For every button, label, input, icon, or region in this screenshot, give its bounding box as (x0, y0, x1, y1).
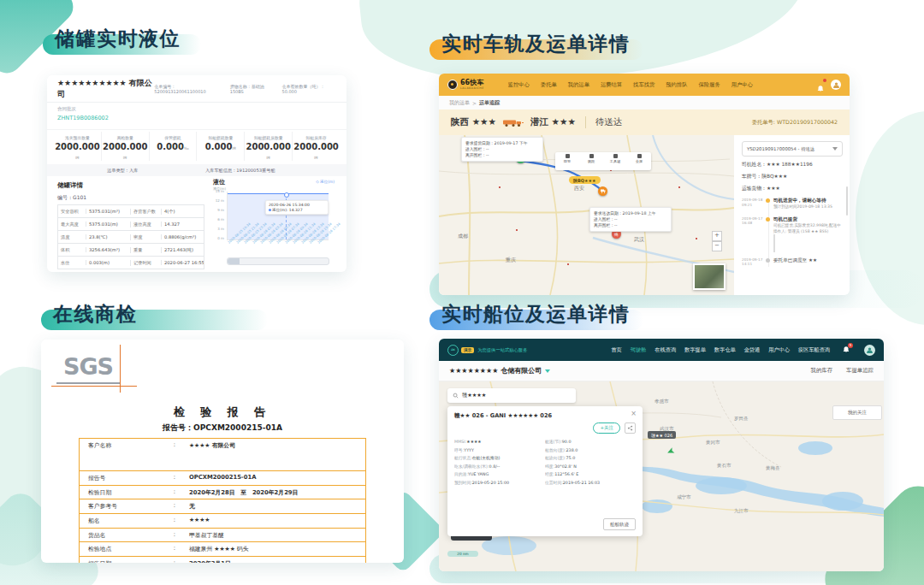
ship-search-input[interactable]: 赣★★★★ (447, 388, 576, 403)
nav-entrust-order[interactable]: 委托单 (541, 81, 557, 89)
link-waybill-tracking[interactable]: 车提单追踪 (846, 367, 874, 375)
sgs-logo-underline (56, 382, 120, 384)
chart-title: 液位 (213, 178, 225, 186)
sidebar-scrollbar[interactable] (846, 186, 848, 216)
sgs-logo-text: SGS (63, 353, 113, 380)
ship-marker[interactable] (666, 443, 676, 459)
table-row: 体积3256.643(m³)重量2721.463(吨) (58, 244, 204, 257)
toolbar-measure[interactable]: 测距 (579, 152, 603, 170)
inbound-vehicle-info: 入库车船信息：191200053重号船 (205, 168, 275, 174)
table-row: 温度23.8(℃)密度0.8806(g/cm³) (58, 231, 204, 244)
map-city-label: 重庆 (506, 257, 516, 264)
liquid-level-chart: 液位 液位(m) ◇ 液位(m) 15 m 12 m 9 m 6 m 3 m 0… (211, 178, 336, 267)
field-longitude: 经度:112°56.6' E (545, 470, 636, 479)
nav-insurance[interactable]: 保险服务 (698, 81, 720, 89)
nav-cockpit[interactable]: 驾驶舱 (631, 346, 647, 354)
zoom-in-button[interactable]: + (712, 231, 722, 241)
page: 储罐实时液位 实时车轨及运单详情 在线商检 实时船位及运单详情 ★★★★★★★★… (0, 0, 924, 585)
nav-find-truck[interactable]: 找车找货 (633, 81, 654, 89)
stat-storage-loss: 保管损耗0.000‰ (150, 132, 198, 161)
brush-handle[interactable] (228, 258, 240, 264)
map-city-label: 黄梅县 (766, 465, 780, 471)
map-city-label: 罗田县 (734, 416, 749, 422)
field-draft: 吃水/调载吃水(米):0.8/-- (454, 463, 545, 471)
ship-subheader: ★★★★★★★★ 仓储有限公司 我的库存 车提单追踪 (439, 361, 884, 381)
truck-tracking-panel: 66快车LALAKUAICHE 监控中心 委托单 我的运单 运费结算 找车找货 … (439, 74, 850, 295)
truck-map[interactable]: 西安 成都 重庆 武汉 要求提货日期：2019-09-17 下午进入围栏：--离… (439, 135, 734, 295)
route-bar: 陕西 ★★★ 潜江 ★★★ 待送达 委托单号: WTD2019091700004… (439, 109, 850, 135)
nav-freight-settle[interactable]: 运费结算 (601, 81, 622, 89)
report-row-inspect-date: 检验日期:2020年2月28日 至 2020年2月29日 (79, 485, 366, 500)
warehouse-company-select[interactable]: ★★★★★★★★ 仓储有限公司 (449, 366, 550, 375)
bell-icon[interactable]: 5 (842, 346, 850, 354)
y-tick: 0 m (211, 236, 224, 240)
table-row: 水位0.003(m)记录时间2020-06-27 16:55:00 (58, 257, 204, 269)
truck-logo-subtext: LALAKUAICHE (460, 86, 484, 90)
stat-after-loss-qty: 卸船损耗后数量2000.000吨 (245, 132, 293, 161)
breadcrumb-my-waybills[interactable]: 我的运单 (449, 99, 470, 107)
contract-batch-label: 合同批次 (57, 106, 336, 112)
nav-home[interactable]: 首页 (611, 346, 621, 354)
waybill-sidebar: YSD20190917000054 - 待送达 司机姓名：★★★ 188★★11… (734, 135, 850, 295)
nav-user-center[interactable]: 用户中心 (768, 346, 790, 354)
field-mmsi: MMSI:★★★★ (454, 438, 545, 446)
avatar[interactable] (864, 345, 875, 356)
report-title: 检 验 报 告 (41, 405, 404, 420)
contract-batch-link[interactable]: ZHNT19B0086002 (57, 115, 336, 121)
section-title-inspection: 在线商检 (53, 301, 137, 328)
tank-dashboard-panel: ★★★★★★★★★★ 有限公司 仓单编号：5200913120061100010… (47, 75, 346, 272)
follow-button[interactable]: +关注 (593, 422, 620, 434)
ship-card-title: 赣★★ 026 - GANI ★★★★★★ 026 (454, 412, 617, 420)
my-follows-panel[interactable]: 我的关注 (832, 405, 882, 420)
nav-digital-receipt[interactable]: 数字仓单 (714, 346, 736, 354)
link-my-inventory[interactable]: 我的库存 (810, 367, 832, 375)
tank-company-name: ★★★★★★★★★★ 有限公司 (57, 78, 154, 100)
report-number-line: 报告号：OPCXM2000215-01A (41, 422, 404, 434)
section-title-ship: 实时船位及运单详情 (441, 301, 631, 328)
report-table: 客户名称:★★★★ 有限公司 报告号:OPCXM2000215-01A 检验日期… (79, 439, 366, 563)
nav-epidemic-query[interactable]: 疫区车船查询 (798, 346, 830, 354)
ship-track-button[interactable]: 船舶轨迹 (603, 518, 636, 530)
share-icon[interactable] (625, 422, 636, 434)
map-city-label: 成都 (458, 233, 468, 240)
truck-marker[interactable] (598, 186, 607, 196)
avatar[interactable] (831, 80, 841, 90)
nav-my-waybills[interactable]: 我的运单 (568, 81, 589, 89)
nav-digital-bl[interactable]: 数字提单 (684, 346, 706, 354)
cargo-photo[interactable] (773, 234, 775, 252)
waybill-type: 运单类型：入库 (107, 168, 138, 174)
nav-user-center[interactable]: 用户中心 (732, 81, 753, 89)
timeline-item: 2019-09-1809:21 司机送货中，请耐心等待预计到达时间2019-09… (742, 198, 843, 210)
timeline-dot-active (766, 217, 770, 222)
tank-flow-bar: 运单类型：入库 入库车船信息：191200053重号船 (47, 164, 346, 176)
bell-icon[interactable] (816, 80, 825, 89)
zoom-out-button[interactable]: − (712, 241, 722, 251)
nav-online-query[interactable]: 在线查询 (654, 346, 676, 354)
toolbar-toolbox[interactable]: 工具箱 (603, 152, 627, 170)
toolbar-fullscreen[interactable]: 全屏 (627, 152, 651, 170)
y-tick: 12 m (211, 198, 224, 203)
toolbar-playback[interactable]: 回放 (555, 152, 579, 170)
chart-brush-scrollbar[interactable] (227, 257, 329, 265)
field-course: 船迹向(度):75.0 (545, 454, 636, 463)
tank-info-table: 安全容积5375.031(m³)存货客户数4(个) 最大高度5375.031(m… (57, 204, 204, 269)
section-title-inspection-text: 在线商检 (53, 303, 137, 325)
chevron-down-icon (545, 369, 550, 373)
nav-queue[interactable]: 预约排队 (666, 81, 687, 89)
waybill-select[interactable]: YSD20190917000054 - 待送达 (742, 141, 843, 157)
report-row-client: 客户名称:★★★★ 有限公司 (79, 438, 366, 472)
truck-nav: 监控中心 委托单 我的运单 运费结算 找车找货 预约排队 保险服务 用户中心 (508, 81, 753, 89)
close-icon[interactable]: × (631, 410, 637, 417)
ship-map[interactable]: 荆门市 天门市 孝感市 武汉市 黄冈市 罗田县 黄石市 黄梅县 咸宁市 九江市 … (439, 381, 884, 571)
nav-monitor-center[interactable]: 监控中心 (508, 81, 530, 89)
map-city-label: 武汉 (634, 236, 644, 244)
report-row-report-date: 报告日期:2020年3月1日 (79, 556, 366, 563)
report-row-vessel: 船名:★★★★ (79, 513, 366, 529)
nav-finance[interactable]: 金贷通 (744, 346, 761, 354)
truck-icon (502, 115, 524, 131)
truck-app-logo[interactable]: 66快车LALAKUAICHE (447, 80, 484, 90)
satellite-view-thumbnail[interactable] (693, 263, 726, 290)
ship-app-logo-icon[interactable]: ≈ (447, 345, 459, 356)
truck-app-header: 66快车LALAKUAICHE 监控中心 委托单 我的运单 运费结算 找车找货 … (439, 74, 850, 96)
tank-detail-title: 储罐详情 (57, 181, 83, 190)
